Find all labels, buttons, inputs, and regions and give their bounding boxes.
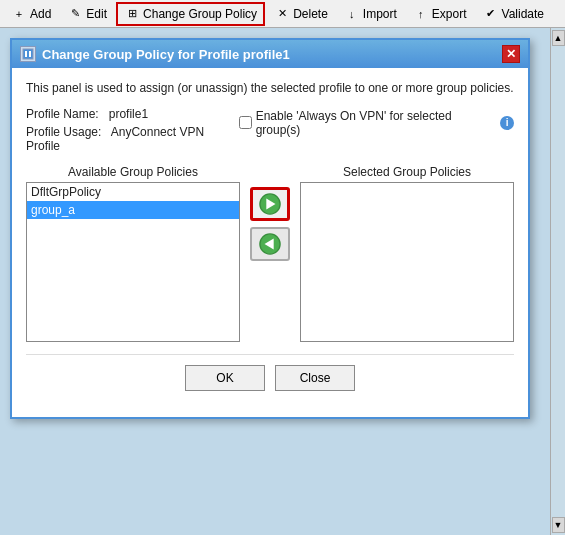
available-group-policies-list[interactable]: DfltGrpPolicy group_a xyxy=(26,182,240,342)
move-left-button[interactable] xyxy=(250,227,290,261)
dialog-titlebar-left: Change Group Policy for Profile profile1 xyxy=(20,46,290,62)
svg-rect-2 xyxy=(29,51,31,57)
main-area: ▲ ▼ Change Group Policy for Profile prof… xyxy=(0,28,565,535)
change-group-policy-button[interactable]: ⊞ Change Group Policy xyxy=(116,2,265,26)
edit-button[interactable]: ✎ Edit xyxy=(60,2,114,26)
dialog-titlebar: Change Group Policy for Profile profile1… xyxy=(12,40,528,68)
available-group-policies-section: Available Group Policies DfltGrpPolicy g… xyxy=(26,165,240,342)
import-button[interactable]: ↓ Import xyxy=(337,2,404,26)
import-label: Import xyxy=(363,7,397,21)
edit-icon: ✎ xyxy=(67,6,83,22)
selected-group-policies-section: Selected Group Policies xyxy=(300,165,514,342)
dialog-title-icon xyxy=(20,46,36,62)
export-label: Export xyxy=(432,7,467,21)
dialog: Change Group Policy for Profile profile1… xyxy=(10,38,530,419)
add-button[interactable]: + Add xyxy=(4,2,58,26)
checkbox-area: Enable 'Always On VPN' for selected grou… xyxy=(239,107,514,147)
export-icon: ↑ xyxy=(413,6,429,22)
info-icon[interactable]: i xyxy=(500,116,514,130)
profile-name-row: Profile Name: profile1 xyxy=(26,107,239,121)
list-item[interactable]: DfltGrpPolicy xyxy=(27,183,239,201)
export-button[interactable]: ↑ Export xyxy=(406,2,474,26)
import-icon: ↓ xyxy=(344,6,360,22)
arrow-left-icon xyxy=(259,233,281,255)
ok-button[interactable]: OK xyxy=(185,365,265,391)
profile-details: Profile Name: profile1 Profile Usage: An… xyxy=(26,107,239,157)
transfer-buttons xyxy=(240,187,300,261)
dialog-description: This panel is used to assign (or unassig… xyxy=(26,80,514,97)
validate-button[interactable]: ✔ Validate xyxy=(476,2,551,26)
validate-label: Validate xyxy=(502,7,544,21)
profile-usage-row-inner: Profile Usage: AnyConnect VPN Profile xyxy=(26,125,239,153)
delete-label: Delete xyxy=(293,7,328,21)
change-policy-label: Change Group Policy xyxy=(143,7,257,21)
arrow-right-icon xyxy=(259,193,281,215)
delete-button[interactable]: ✕ Delete xyxy=(267,2,335,26)
dialog-footer: OK Close xyxy=(26,354,514,405)
dialog-body: This panel is used to assign (or unassig… xyxy=(12,68,528,417)
dialog-title: Change Group Policy for Profile profile1 xyxy=(42,47,290,62)
svg-rect-0 xyxy=(23,49,33,59)
svg-rect-1 xyxy=(25,51,27,57)
validate-icon: ✔ xyxy=(483,6,499,22)
always-on-vpn-label: Enable 'Always On VPN' for selected grou… xyxy=(256,109,497,137)
list-item[interactable]: group_a xyxy=(27,201,239,219)
close-dialog-button[interactable]: ✕ xyxy=(502,45,520,63)
add-label: Add xyxy=(30,7,51,21)
available-group-policies-label: Available Group Policies xyxy=(26,165,240,179)
scrollbar-area: ▲ ▼ xyxy=(550,28,565,535)
toolbar: + Add ✎ Edit ⊞ Change Group Policy ✕ Del… xyxy=(0,0,565,28)
always-on-vpn-row: Enable 'Always On VPN' for selected grou… xyxy=(239,109,514,137)
edit-label: Edit xyxy=(86,7,107,21)
profile-name-label: Profile Name: xyxy=(26,107,99,121)
lists-area: Available Group Policies DfltGrpPolicy g… xyxy=(26,165,514,342)
change-policy-icon: ⊞ xyxy=(124,6,140,22)
close-button[interactable]: Close xyxy=(275,365,355,391)
profile-usage-label: Profile Usage: xyxy=(26,125,101,139)
delete-icon: ✕ xyxy=(274,6,290,22)
move-right-button[interactable] xyxy=(250,187,290,221)
profile-info-row: Profile Name: profile1 Profile Usage: An… xyxy=(26,107,514,157)
selected-group-policies-label: Selected Group Policies xyxy=(300,165,514,179)
profile-name-value: profile1 xyxy=(109,107,148,121)
always-on-vpn-checkbox[interactable] xyxy=(239,116,252,129)
selected-group-policies-list[interactable] xyxy=(300,182,514,342)
add-icon: + xyxy=(11,6,27,22)
